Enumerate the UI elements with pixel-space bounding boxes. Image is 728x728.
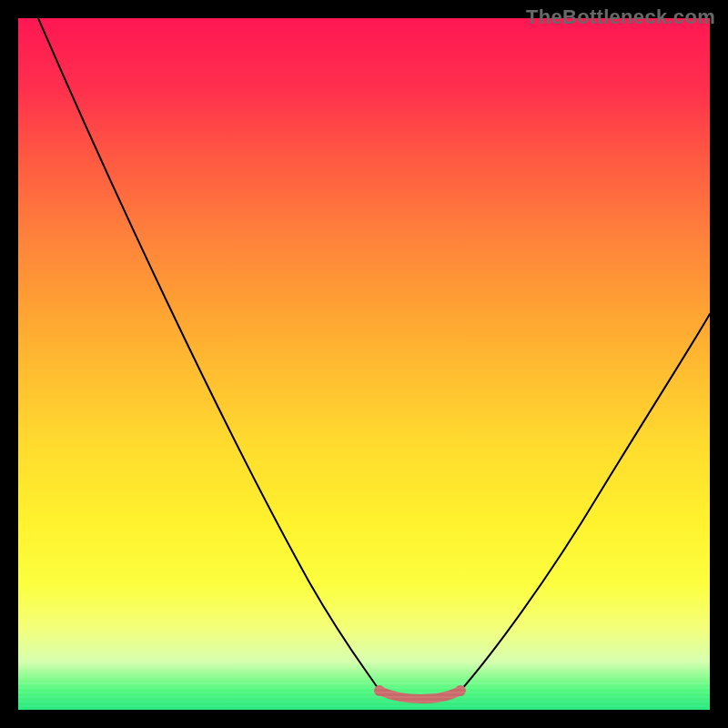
optimal-zone-marker xyxy=(379,691,460,699)
curve-right xyxy=(460,314,710,691)
curve-left xyxy=(38,18,379,691)
optimal-zone-end-dot xyxy=(455,685,466,696)
optimal-zone-start-dot xyxy=(374,685,385,696)
chart-plot-area xyxy=(18,18,710,710)
watermark-text: TheBottleneck.com xyxy=(526,5,715,29)
chart-stage: TheBottleneck.com xyxy=(0,0,728,728)
curve-svg xyxy=(18,18,710,710)
